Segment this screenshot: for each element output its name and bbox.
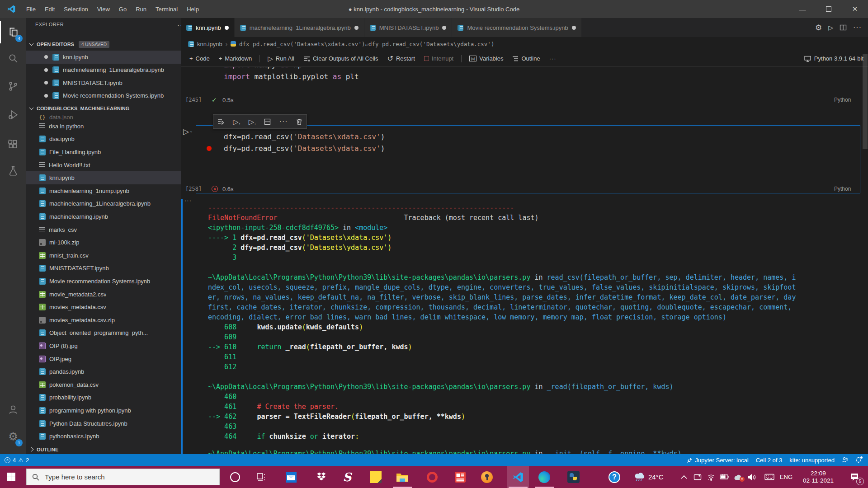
sticky-notes-icon[interactable] [365,466,387,488]
battery-icon[interactable] [718,466,731,488]
feedback-icon[interactable] [842,457,848,463]
file-item[interactable]: probability.ipynb [26,391,181,404]
interrupt-button[interactable]: Interrupt [420,53,458,65]
file-item[interactable]: Object_oriented_programming_pyth... [26,327,181,340]
split-cell-icon[interactable] [264,118,271,125]
file-item[interactable]: machinelearning_1Linearalgebra.ipynb [26,197,181,211]
dirty-dot[interactable] [442,26,446,30]
breakpoint-dot[interactable] [207,146,212,151]
vscode-taskbar-icon[interactable] [507,466,529,488]
problems-warnings[interactable]: ⚠ 2 [18,457,29,464]
file-item[interactable]: mnist_train.csv [26,249,181,262]
minimize-button[interactable]: — [789,0,816,18]
onedrive-icon[interactable]: ✕ [731,466,745,488]
weather-icon[interactable] [629,466,649,488]
run-all-button[interactable]: ▷Run All [264,53,298,65]
file-item[interactable]: dsa.ipynb [26,133,181,146]
restart-button[interactable]: ↺Restart [383,53,419,65]
toolbar-more-button[interactable]: ··· [545,53,561,65]
taskbar-clock[interactable]: 22:09 02-11-2021 [796,466,841,488]
menu-view[interactable]: View [93,0,114,18]
task-view-icon[interactable] [250,466,272,488]
touch-keyboard-icon[interactable] [763,466,776,488]
run-cell-button[interactable]: ▷⌄ [183,127,193,136]
add-code-cell-button[interactable]: +Code [185,53,214,65]
file-item[interactable]: pokemon_data.csv [26,378,181,391]
file-item[interactable]: Hello World!!.txt [26,159,181,172]
mail-icon[interactable] [280,466,302,488]
file-item[interactable]: marks_csv [26,223,181,236]
avast-icon[interactable] [476,466,498,488]
open-editor-item[interactable]: knn.ipynb [26,51,181,64]
kite-status[interactable]: kite: unsupported [789,457,835,464]
variables-button[interactable]: (x) Variables [465,53,507,65]
dirty-dot[interactable] [572,26,576,30]
tab-MNISTDATASET.ipynb[interactable]: MNISTDATASET.ipynb [364,18,452,37]
wifi-icon[interactable] [704,466,718,488]
sidebar-more-actions[interactable]: ··· [177,21,181,28]
menu-terminal[interactable]: Terminal [151,0,182,18]
tab-Movie recommendation Systems.ipynb[interactable]: Movie recommendation Systems.ipynb [452,18,581,37]
taskbar-search[interactable]: Type here to search [26,469,220,485]
file-item[interactable]: machienlearning_1nump.ipynb [26,184,181,197]
output-options-icon[interactable]: ··· [184,197,192,204]
problems-errors[interactable]: ✕ 4 [5,457,16,464]
open-editors-header[interactable]: OPEN EDITORS 4 UNSAVED [26,38,181,51]
menu-file[interactable]: File [22,0,40,18]
tab-knn.ipynb[interactable]: knn.ipynb [181,18,234,37]
tab-machinelearning_1Linearalgebra.ipynb[interactable]: machinelearning_1Linearalgebra.ipynb [235,18,364,37]
outline-header[interactable]: OUTLINE [26,443,181,454]
file-item[interactable]: File_Handling.ipynb [26,145,181,159]
split-editor-icon[interactable] [840,24,847,31]
opera-icon[interactable] [421,466,443,488]
start-button[interactable] [0,466,22,488]
open-editor-item[interactable]: machinelearning_1Linearalgebra.ipynb [26,64,181,77]
volume-icon[interactable] [745,466,759,488]
cell-1-code[interactable]: import numpy as npimport matplotlib.pypl… [224,67,359,83]
file-item[interactable]: movie_metadata2.csv [26,288,181,301]
source-control-icon[interactable] [0,75,26,98]
menu-edit[interactable]: Edit [40,0,59,18]
run-debug-icon[interactable] [0,103,26,126]
file-item[interactable]: machinelearning.ipynb [26,210,181,223]
cortana-icon[interactable] [224,466,246,488]
kernel-picker[interactable]: Python 3.9.1 64-bit [804,55,863,62]
file-item[interactable]: OIP (8).jpg [26,339,181,352]
breadcrumb[interactable]: knn.ipynb › dfx=pd.read_csv('Datasets\xd… [181,37,868,51]
get-help-icon[interactable]: ? [604,466,625,488]
cell-position[interactable]: Cell 2 of 3 [756,457,783,464]
run-above-icon[interactable]: ▷↑ [233,117,240,126]
more-actions-icon[interactable]: ··· [853,23,862,32]
run-icon[interactable]: ▷ [828,24,833,31]
python-app-icon[interactable] [562,466,584,488]
file-item[interactable]: programming with python.ipynb [26,404,181,417]
open-editor-item[interactable]: Movie recommendation Systems.ipynb [26,89,181,103]
run-below-icon[interactable]: ▷↓ [249,117,256,126]
file-item[interactable]: knn.ipynb [26,171,181,184]
dropbox-icon[interactable] [311,466,332,488]
search-icon[interactable] [0,47,26,70]
news-icon[interactable] [449,466,471,488]
cell-2-code[interactable]: dfx=pd.read_csv('Datasets\xdata.csv')dfy… [224,131,385,155]
menu-run[interactable]: Run [131,0,151,18]
file-item[interactable]: Movie recommendation Systems.ipynb [26,275,181,288]
outline-button[interactable]: Outline [508,53,544,65]
clear-outputs-button[interactable]: Clear Outputs of All Cells [299,53,382,65]
lightshot-icon[interactable]: S [336,466,358,488]
dirty-dot[interactable] [354,26,359,30]
workspace-header[interactable]: CODINGBLOCKS_MACHINELEARNING [26,102,181,115]
edge-icon[interactable] [533,466,555,488]
file-item[interactable]: pythonbasics.ipynb [26,430,181,443]
file-item[interactable]: movies_metadata.csv.zip [26,314,181,327]
add-markdown-cell-button[interactable]: +Markdown [215,53,256,65]
gear-icon[interactable]: ⚙ [815,23,822,33]
action-center-icon[interactable]: 5 [844,466,865,488]
tray-expand-icon[interactable] [677,466,691,488]
file-item[interactable]: pandas.ipynb [26,365,181,378]
file-item[interactable]: OIP.jpeg [26,352,181,366]
file-item[interactable]: movies_metadata.csv [26,300,181,314]
scrollbar[interactable] [863,54,868,149]
open-editor-item[interactable]: MNISTDATASET.ipynb [26,76,181,89]
maximize-button[interactable] [816,0,842,18]
menu-selection[interactable]: Selection [59,0,92,18]
